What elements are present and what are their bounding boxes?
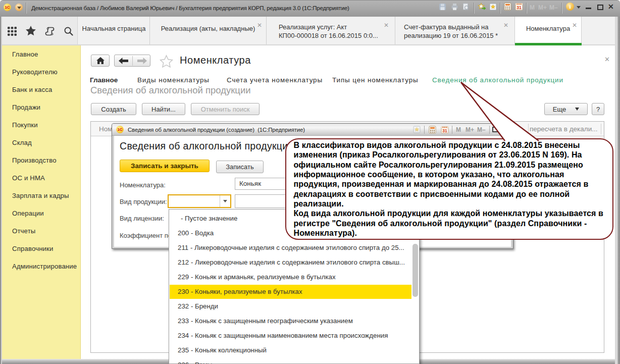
svg-text:31: 31 — [442, 128, 447, 133]
svg-text:31: 31 — [516, 5, 522, 10]
